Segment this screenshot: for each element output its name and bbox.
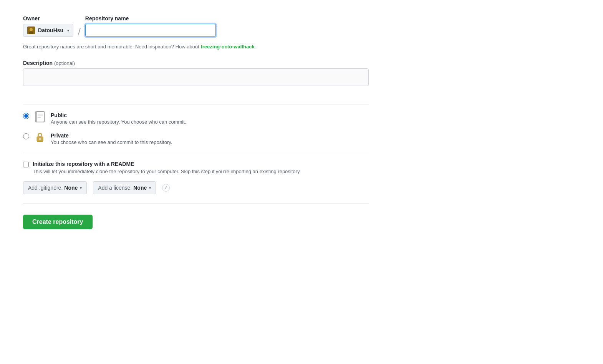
description-label: Description (optional) — [23, 60, 369, 66]
svg-point-9 — [39, 138, 41, 140]
initialize-option-description: This will let you immediately clone the … — [33, 168, 301, 175]
description-label-text: Description — [23, 60, 53, 66]
owner-section: Owner DatouHsu ▾ — [23, 15, 73, 37]
owner-dropdown[interactable]: DatouHsu ▾ — [23, 24, 73, 37]
public-option: Public Anyone can see this repository. Y… — [23, 112, 369, 125]
license-arrow: ▾ — [149, 186, 151, 190]
owner-repo-row: Owner DatouHsu ▾ / Repository name — [23, 15, 369, 37]
suggestion-link[interactable]: freezing-octo-wallhack — [200, 44, 254, 50]
gitignore-dropdown[interactable]: Add .gitignore: None ▾ — [23, 181, 87, 194]
suggestion-text: Great repository names are short and mem… — [23, 43, 369, 51]
initialize-checkbox[interactable] — [23, 162, 29, 167]
public-icon — [34, 111, 46, 123]
public-option-content: Public Anyone can see this repository. Y… — [51, 112, 186, 125]
gitignore-value: None — [64, 185, 78, 191]
divider-2 — [23, 153, 369, 153]
svg-rect-4 — [36, 111, 37, 122]
create-button-label: Create repository — [32, 218, 83, 225]
description-input[interactable] — [23, 68, 369, 86]
repo-name-section: Repository name — [85, 15, 216, 37]
create-repo-form: Owner DatouHsu ▾ / Repository name — [23, 15, 369, 229]
public-radio[interactable] — [23, 113, 29, 119]
owner-dropdown-arrow: ▾ — [67, 28, 69, 33]
owner-avatar — [27, 26, 35, 34]
private-option: Private You choose who can see and commi… — [23, 132, 369, 145]
svg-point-1 — [30, 28, 33, 31]
license-value: None — [133, 185, 147, 191]
info-icon[interactable]: i — [162, 184, 170, 192]
gitignore-arrow: ▾ — [80, 186, 82, 190]
public-option-title: Public — [51, 112, 186, 118]
repo-name-input[interactable] — [85, 24, 216, 37]
private-option-content: Private You choose who can see and commi… — [51, 132, 172, 145]
license-dropdown[interactable]: Add a license: None ▾ — [93, 181, 156, 194]
owner-name: DatouHsu — [38, 27, 63, 33]
initialize-option: Initialize this repository with a README… — [23, 161, 369, 175]
slash-separator: / — [76, 26, 82, 37]
create-repository-button[interactable]: Create repository — [23, 215, 93, 229]
suggestion-before: Great repository names are short and mem… — [23, 44, 200, 50]
info-icon-label: i — [166, 185, 167, 190]
repo-name-label: Repository name — [85, 15, 216, 22]
divider-3 — [23, 204, 369, 204]
checkbox-section: Initialize this repository with a README… — [23, 161, 369, 175]
public-option-description: Anyone can see this repository. You choo… — [51, 119, 186, 125]
visibility-section: Public Anyone can see this repository. Y… — [23, 112, 369, 145]
private-option-title: Private — [51, 132, 172, 139]
gitignore-label-prefix: Add .gitignore: — [28, 185, 63, 191]
owner-label: Owner — [23, 15, 73, 22]
initialize-option-content: Initialize this repository with a README… — [33, 161, 301, 175]
private-option-description: You choose who can see and commit to thi… — [51, 139, 172, 145]
suggestion-after: . — [255, 44, 256, 50]
divider-1 — [23, 104, 369, 104]
license-label-prefix: Add a license: — [98, 185, 132, 191]
private-icon — [34, 131, 46, 143]
description-optional: (optional) — [54, 60, 75, 66]
initialize-option-title: Initialize this repository with a README — [33, 161, 301, 167]
private-radio[interactable] — [23, 133, 29, 139]
dropdowns-row: Add .gitignore: None ▾ Add a license: No… — [23, 181, 369, 194]
